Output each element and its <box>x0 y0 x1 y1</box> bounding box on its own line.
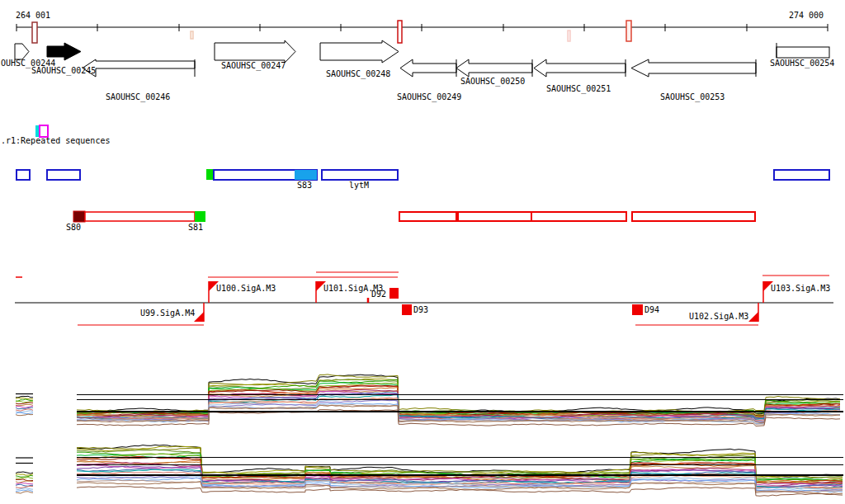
expression-trace-stub <box>16 399 33 401</box>
expression-trace <box>77 374 840 414</box>
gene-arrow-saouhsc_00248[interactable] <box>320 40 399 63</box>
promoter-flag-up[interactable] <box>763 281 773 291</box>
signal-track <box>15 272 833 325</box>
feature-track-red <box>73 211 755 222</box>
expression-trace-stub <box>16 490 33 492</box>
gene-arrow-saouhsc_00254[interactable] <box>777 47 829 58</box>
expression-trace-stub <box>16 404 33 405</box>
expression-trace-stub <box>16 492 33 493</box>
expression-trace-stub <box>16 474 33 476</box>
feature-box-green[interactable] <box>195 211 205 222</box>
feature-box-green[interactable] <box>206 169 214 180</box>
feature-box-blue[interactable] <box>17 170 30 180</box>
expression-trace-stub <box>16 472 33 473</box>
promoter-flag-down[interactable] <box>748 312 758 322</box>
expression-trace <box>77 374 840 414</box>
gene-arrow-saouhsc_00249[interactable] <box>400 59 456 77</box>
expression-trace-stub <box>16 476 33 478</box>
gene-arrow-saouhsc_00245[interactable] <box>47 43 81 60</box>
repeat-box-cyan[interactable] <box>35 125 39 137</box>
feature-box-blue[interactable] <box>322 170 398 180</box>
expression-trace-stub <box>16 481 33 483</box>
feature-box-blue[interactable] <box>47 170 80 180</box>
promoter-flag-up[interactable] <box>316 281 326 291</box>
expression-trace-stub <box>16 401 33 403</box>
terminator-square[interactable] <box>632 304 643 315</box>
browser-canvas <box>0 0 845 504</box>
expression-trace-stub <box>16 403 33 404</box>
feature-box-red-outline[interactable] <box>632 212 755 221</box>
ruler-marker[interactable] <box>191 31 193 39</box>
expression-panel-2 <box>16 445 843 496</box>
gene-arrow-saouhsc_00244[interactable] <box>15 44 29 59</box>
expression-trace-stub <box>16 486 33 488</box>
gene-arrow-saouhsc_00246[interactable] <box>83 59 195 77</box>
ruler-marker[interactable] <box>568 31 570 41</box>
feature-box-red-outline[interactable] <box>85 212 195 221</box>
expression-panel-1 <box>16 374 843 426</box>
feature-box-red-outline[interactable] <box>531 212 626 221</box>
expression-trace-stub <box>16 411 33 412</box>
ruler-marker[interactable] <box>398 21 402 43</box>
gene-track <box>15 40 829 77</box>
terminator-square[interactable] <box>402 304 412 315</box>
expression-trace-stub <box>16 478 33 479</box>
promoter-flag-up[interactable] <box>209 281 219 291</box>
expression-trace-stub <box>16 398 33 398</box>
expression-trace-stub <box>16 483 33 484</box>
repeat-box-magenta[interactable] <box>40 125 48 137</box>
ruler-marker[interactable] <box>626 21 631 41</box>
feature-box-blue-segment[interactable] <box>295 170 317 180</box>
expression-trace-stub <box>16 412 33 413</box>
expression-trace-stub <box>16 488 33 490</box>
gene-arrow-saouhsc_00251[interactable] <box>534 59 625 77</box>
promoter-flag-down[interactable] <box>194 312 204 322</box>
expression-trace-stub <box>16 396 33 398</box>
ruler-track <box>17 21 828 43</box>
feature-box-blue[interactable] <box>774 170 829 180</box>
terminator-square[interactable] <box>389 288 399 299</box>
repeat-legend <box>35 125 48 137</box>
gene-arrow-saouhsc_00247[interactable] <box>215 40 295 63</box>
expression-trace <box>77 487 843 497</box>
gene-arrow-saouhsc_00253[interactable] <box>631 59 756 77</box>
expression-trace-stub <box>16 414 33 416</box>
ruler-marker[interactable] <box>32 22 37 43</box>
feature-box-red-outline[interactable] <box>399 212 456 221</box>
feature-box-red-outline[interactable] <box>458 212 531 221</box>
expression-trace-stub <box>16 479 33 481</box>
feature-box-maroon[interactable] <box>73 211 85 222</box>
feature-track-blue <box>17 169 829 180</box>
genome-browser-screen: 264 001274 000OUHSC_00244SAOUHSC_00245SA… <box>0 0 845 504</box>
gene-arrow-saouhsc_00250[interactable] <box>456 59 532 77</box>
